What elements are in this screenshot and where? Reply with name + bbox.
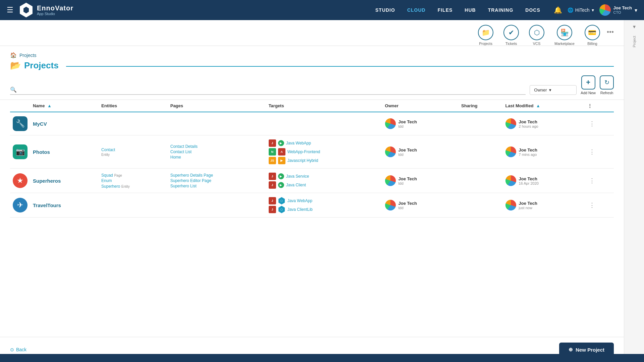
nav-right: 🔔 🌐 HiTech ▾ Joe Tech CTO ▾ bbox=[554, 4, 637, 16]
logo-icon bbox=[19, 3, 34, 17]
refresh-button[interactable]: ↻ Refresh bbox=[600, 75, 614, 95]
project-icon: ★ bbox=[13, 173, 28, 188]
new-project-label: New Project bbox=[576, 347, 604, 353]
owner-cell: Joe Tech tdd bbox=[382, 193, 459, 218]
svg-marker-0 bbox=[23, 7, 29, 13]
modifier-avatar bbox=[505, 175, 516, 186]
nav-cloud[interactable]: CLOUD bbox=[407, 7, 426, 13]
sidebar-collapse-icon[interactable]: ▾ bbox=[633, 23, 636, 30]
marketplace-icon: 🏪 bbox=[557, 25, 572, 40]
back-label: Back bbox=[16, 347, 26, 352]
entities-cell bbox=[99, 193, 168, 218]
projects-table: Name ▲ Entities Pages Targets Owner Shar… bbox=[10, 100, 614, 218]
more-options-icon[interactable]: ••• bbox=[607, 28, 614, 36]
vcs-label: VCS bbox=[533, 42, 541, 46]
project-icon-cell: 📷 bbox=[10, 135, 30, 169]
toolbar-projects[interactable]: 📁 Projects bbox=[478, 25, 493, 46]
hex2-icon: ⬡ bbox=[278, 206, 285, 213]
row-menu-button[interactable]: ⋮ bbox=[588, 200, 596, 210]
project-name-cell: MyCV bbox=[30, 112, 99, 135]
pages-cell bbox=[168, 112, 266, 135]
folder-icon: 📂 bbox=[10, 60, 21, 71]
hamburger-menu[interactable]: ☰ bbox=[7, 6, 13, 14]
user-menu[interactable]: Joe Tech CTO ▾ bbox=[599, 4, 637, 16]
sidebar-project-label: Project bbox=[632, 36, 636, 47]
project-name[interactable]: Photos bbox=[33, 149, 50, 155]
toolbar-marketplace[interactable]: 🏪 Marketplace bbox=[554, 25, 575, 46]
home-icon: 🏠 bbox=[10, 52, 17, 58]
modifier-avatar bbox=[505, 146, 516, 157]
projects-icon: 📁 bbox=[478, 25, 493, 40]
row-menu-button[interactable]: ⋮ bbox=[588, 147, 596, 157]
target-item: J ⬡ Java WebApp bbox=[269, 197, 380, 204]
nav-hub[interactable]: HUB bbox=[465, 7, 476, 13]
nav-docs[interactable]: DOCS bbox=[525, 7, 540, 13]
project-icon-cell: 🔧 bbox=[10, 112, 30, 135]
hex-icon: ⬡ bbox=[278, 197, 285, 204]
search-icon: 🔍 bbox=[10, 86, 17, 93]
add-new-label: Add New bbox=[581, 91, 596, 95]
nav-training[interactable]: TRAINING bbox=[488, 7, 514, 13]
target-item: J ▶ Java WebApp bbox=[269, 139, 380, 147]
owner-chevron-icon: ▾ bbox=[549, 87, 551, 93]
search-input[interactable] bbox=[17, 87, 526, 93]
nav-links: STUDIO CLOUD FILES HUB TRAINING DOCS bbox=[375, 7, 540, 13]
content-area: 📁 Projects ✔ Tickets ⬡ VCS 🏪 Marketplace… bbox=[0, 20, 624, 362]
project-name[interactable]: TravelTours bbox=[33, 202, 61, 208]
green-dot-icon: ▶ bbox=[278, 173, 284, 179]
nav-studio[interactable]: STUDIO bbox=[375, 7, 395, 13]
entities-cell bbox=[99, 112, 168, 135]
toolbar: 📁 Projects ✔ Tickets ⬡ VCS 🏪 Marketplace… bbox=[0, 20, 624, 46]
project-name-cell: Superheros bbox=[30, 169, 99, 193]
main-container: 📁 Projects ✔ Tickets ⬡ VCS 🏪 Marketplace… bbox=[0, 20, 644, 362]
top-navigation: ☰ EnnoVator App Studio STUDIO CLOUD FILE… bbox=[0, 0, 644, 20]
col-owner: Owner bbox=[382, 100, 459, 112]
row-menu-button[interactable]: ⋮ bbox=[588, 176, 596, 185]
projects-header: 🏠 Projects 📂 Projects bbox=[0, 46, 624, 71]
owner-avatar bbox=[385, 175, 396, 186]
target-item: J ▶ Java Service bbox=[269, 173, 380, 180]
table-row: ★ Superheros Squad Page Enum Superhero E… bbox=[10, 169, 614, 193]
target-item: N A WebApp-Frontend bbox=[269, 148, 380, 156]
project-name-cell: Photos bbox=[30, 135, 99, 169]
green-dot2-icon: ▶ bbox=[278, 182, 284, 188]
language-selector[interactable]: 🌐 HiTech ▾ bbox=[568, 7, 594, 13]
pages-cell bbox=[168, 193, 266, 218]
billing-label: Billing bbox=[587, 42, 597, 46]
modified-cell: Joe Tech 7 mins ago bbox=[503, 135, 585, 169]
col-sharing: Sharing bbox=[459, 100, 503, 112]
toolbar-billing[interactable]: 💳 Billing bbox=[585, 25, 600, 46]
target-item: JS ▶ Javascript Hybrid bbox=[269, 157, 380, 164]
sharing-cell bbox=[459, 135, 503, 169]
col-modified: Last Modified ▲ bbox=[503, 100, 585, 112]
sharing-cell bbox=[459, 193, 503, 218]
chevron-down-icon: ▾ bbox=[592, 7, 594, 13]
tickets-label: Tickets bbox=[505, 42, 517, 46]
breadcrumb: 🏠 Projects bbox=[10, 52, 614, 58]
target-item: J ⬡ Java ClientLib bbox=[269, 206, 380, 213]
notification-bell-icon[interactable]: 🔔 bbox=[554, 6, 562, 14]
add-new-button[interactable]: + Add New bbox=[581, 75, 596, 95]
row-menu-button[interactable]: ⋮ bbox=[588, 119, 596, 128]
nav-files[interactable]: FILES bbox=[438, 7, 453, 13]
project-icon-cell: ✈ bbox=[10, 193, 30, 218]
pages-cell: Contact Details Contact List Home bbox=[168, 135, 266, 169]
marketplace-label: Marketplace bbox=[554, 42, 575, 46]
project-name[interactable]: Superheros bbox=[33, 178, 61, 184]
avatar bbox=[599, 4, 611, 16]
js2-icon: ▶ bbox=[278, 157, 285, 164]
back-button[interactable]: ⊙ Back bbox=[10, 347, 26, 352]
page-title: Projects bbox=[24, 60, 59, 71]
project-icon: 🔧 bbox=[13, 116, 28, 131]
toolbar-tickets[interactable]: ✔ Tickets bbox=[503, 25, 519, 46]
col-targets: Targets bbox=[266, 100, 382, 112]
owner-filter[interactable]: Owner ▾ bbox=[530, 85, 577, 95]
company-name: HiTech bbox=[575, 7, 590, 13]
tickets-icon: ✔ bbox=[503, 25, 519, 40]
project-name[interactable]: MyCV bbox=[33, 121, 47, 127]
user-role: CTO bbox=[613, 10, 632, 15]
toolbar-vcs[interactable]: ⬡ VCS bbox=[529, 25, 544, 46]
col-icon bbox=[10, 100, 30, 112]
java2-icon: J bbox=[269, 206, 276, 213]
user-name: Joe Tech bbox=[613, 5, 632, 11]
